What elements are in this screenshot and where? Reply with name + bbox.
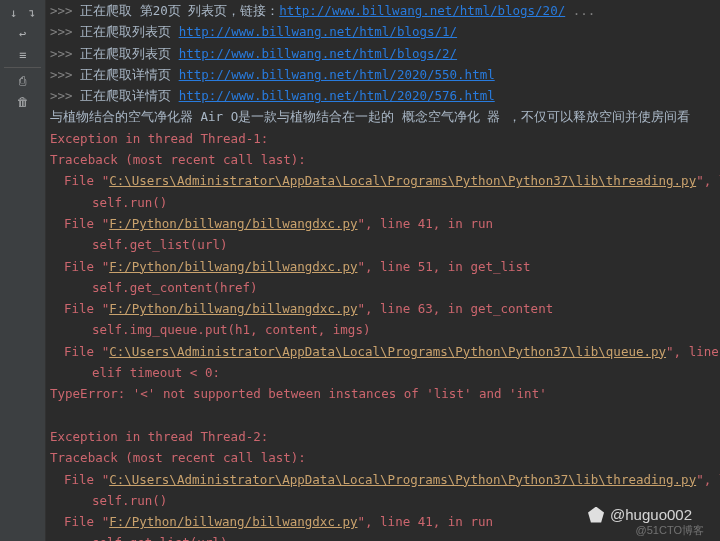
gutter-row: ⎙ — [0, 70, 45, 91]
error-text: Traceback (most recent call last): — [50, 450, 306, 465]
log-text: 正在爬取详情页 — [80, 88, 179, 103]
console-line: self.img_queue.put(h1, content, imgs) — [50, 319, 716, 340]
step-over-icon[interactable]: ↴ — [25, 6, 39, 20]
log-text: 正在爬取 第20页 列表页，链接： — [80, 3, 279, 18]
arrow-down-icon[interactable]: ↓ — [7, 6, 21, 20]
wrap-icon[interactable]: ↩ — [16, 27, 30, 41]
console-line: self.get_list(url) — [50, 532, 716, 541]
file-link[interactable]: F:/Python/billwang/billwangdxc.py — [109, 216, 357, 231]
watermark: @huguo002 — [588, 506, 692, 523]
error-text: ", line 917 — [696, 472, 720, 487]
console-line: Traceback (most recent call last): — [50, 149, 716, 170]
console-line: self.run() — [50, 192, 716, 213]
file-link[interactable]: F:/Python/billwang/billwangdxc.py — [109, 514, 357, 529]
gutter-row: ≡ — [0, 44, 45, 65]
gutter-separator — [4, 67, 41, 68]
error-text: TypeError: '<' not supported between ins… — [50, 386, 547, 401]
url-link[interactable]: http://www.billwang.net/html/blogs/1/ — [179, 24, 457, 39]
file-link[interactable]: C:\Users\Administrator\AppData\Local\Pro… — [109, 173, 696, 188]
error-text: self.get_content(href) — [92, 280, 258, 295]
print-icon[interactable]: ⎙ — [16, 74, 30, 88]
error-text: ", line 41, in run — [358, 216, 493, 231]
console-line: >>> 正在爬取详情页 http://www.billwang.net/html… — [50, 85, 716, 106]
console-line: Exception in thread Thread-1: — [50, 128, 716, 149]
console-line: TypeError: '<' not supported between ins… — [50, 383, 716, 404]
error-text: File " — [64, 173, 109, 188]
log-text: 正在爬取列表页 — [80, 24, 179, 39]
prompt: >>> — [50, 88, 80, 103]
error-text: self.get_list(url) — [92, 237, 227, 252]
console-line: File "C:\Users\Administrator\AppData\Loc… — [50, 170, 716, 191]
console-line: File "F:/Python/billwang/billwangdxc.py"… — [50, 256, 716, 277]
gutter-row: 🗑 — [0, 91, 45, 112]
error-text: File " — [64, 472, 109, 487]
watermark-text: @huguo002 — [610, 506, 692, 523]
url-link[interactable]: http://www.billwang.net/html/2020/550.ht… — [179, 67, 495, 82]
console-line: self.get_list(url) — [50, 234, 716, 255]
url-link[interactable]: http://www.billwang.net/html/blogs/2/ — [179, 46, 457, 61]
error-text: self.img_queue.put(h1, content, imgs) — [92, 322, 370, 337]
console-line: >>> 正在爬取列表页 http://www.billwang.net/html… — [50, 21, 716, 42]
prompt: >>> — [50, 67, 80, 82]
prompt: >>> — [50, 3, 80, 18]
trash-icon[interactable]: 🗑 — [16, 95, 30, 109]
error-text: File " — [64, 259, 109, 274]
url-link[interactable]: http://www.billwang.net/html/2020/576.ht… — [179, 88, 495, 103]
error-text: File " — [64, 216, 109, 231]
error-text: ", line 917 — [696, 173, 720, 188]
gutter-row: ↩ — [0, 23, 45, 44]
error-text: File " — [64, 344, 109, 359]
console-line: Traceback (most recent call last): — [50, 447, 716, 468]
file-link[interactable]: C:\Users\Administrator\AppData\Local\Pro… — [109, 344, 666, 359]
console-line: 与植物结合的空气净化器 Air O是一款与植物结合在一起的 概念空气净化 器 ，… — [50, 106, 716, 127]
error-text: File " — [64, 301, 109, 316]
error-text: File " — [64, 514, 109, 529]
error-text: self.run() — [92, 195, 167, 210]
console-line: Exception in thread Thread-2: — [50, 426, 716, 447]
console-output: >>> 正在爬取 第20页 列表页，链接：http://www.billwang… — [46, 0, 720, 541]
console-line: File "C:\Users\Administrator\AppData\Loc… — [50, 469, 716, 490]
gutter-toolbar: ↓↴↩≡⎙🗑 — [0, 0, 46, 541]
sub-watermark: @51CTO博客 — [636, 523, 704, 538]
file-link[interactable]: F:/Python/billwang/billwangdxc.py — [109, 301, 357, 316]
console-line: elif timeout < 0: — [50, 362, 716, 383]
error-text: ", line 140, in — [666, 344, 720, 359]
error-text: ", line 51, in get_list — [358, 259, 531, 274]
file-link[interactable]: F:/Python/billwang/billwangdxc.py — [109, 259, 357, 274]
console-line: >>> 正在爬取 第20页 列表页，链接：http://www.billwang… — [50, 0, 716, 21]
console-line: self.get_content(href) — [50, 277, 716, 298]
error-text: ", line 41, in run — [358, 514, 493, 529]
prompt: >>> — [50, 46, 80, 61]
error-text: self.get_list(url) — [92, 535, 227, 541]
log-text: 正在爬取详情页 — [80, 67, 179, 82]
error-text: self.run() — [92, 493, 167, 508]
prompt: >>> — [50, 24, 80, 39]
file-link[interactable]: C:\Users\Administrator\AppData\Local\Pro… — [109, 472, 696, 487]
error-text: Exception in thread Thread-1: — [50, 131, 268, 146]
error-text: elif timeout < 0: — [92, 365, 220, 380]
layout-icon[interactable]: ≡ — [16, 48, 30, 62]
console-line — [50, 405, 716, 426]
console-line: File "F:/Python/billwang/billwangdxc.py"… — [50, 298, 716, 319]
log-text: 正在爬取列表页 — [80, 46, 179, 61]
console-line: >>> 正在爬取详情页 http://www.billwang.net/html… — [50, 64, 716, 85]
ellipsis: ... — [565, 3, 595, 18]
console-line: File "F:/Python/billwang/billwangdxc.py"… — [50, 213, 716, 234]
error-text: ", line 63, in get_content — [358, 301, 554, 316]
error-text: Traceback (most recent call last): — [50, 152, 306, 167]
error-text: Exception in thread Thread-2: — [50, 429, 268, 444]
gutter-row: ↓↴ — [0, 2, 45, 23]
console-line: File "C:\Users\Administrator\AppData\Loc… — [50, 341, 716, 362]
zhihu-logo-icon — [588, 507, 604, 523]
url-link[interactable]: http://www.billwang.net/html/blogs/20/ — [279, 3, 565, 18]
console-line: >>> 正在爬取列表页 http://www.billwang.net/html… — [50, 43, 716, 64]
